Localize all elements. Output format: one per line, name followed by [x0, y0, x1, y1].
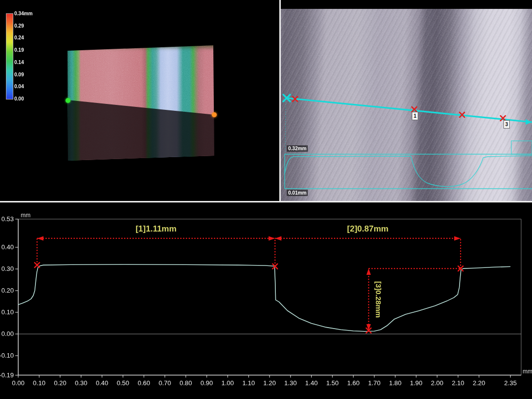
measurement-app-window: 0.34mm0.290.240.190.140.090.040.00	[0, 0, 532, 399]
x-tick-label: 1.20	[264, 379, 276, 387]
colorbar-tick-label: 0.19	[14, 47, 24, 53]
guide-dotted-line	[285, 101, 286, 154]
x-axis-unit-label: mm	[523, 368, 532, 375]
colorbar-tick-label: 0.34mm	[14, 11, 33, 16]
mini-profile-trace	[285, 156, 532, 187]
y-tick-label: 0.00	[1, 330, 14, 337]
x-tick-label: 0.30	[75, 379, 87, 387]
dim-arrow-icon	[454, 236, 461, 240]
x-tick-label: 2.00	[431, 379, 443, 387]
x-tick-label: 1.80	[389, 379, 401, 387]
dim-arrow-icon	[37, 236, 43, 240]
x-tick-label: 0.60	[137, 379, 150, 387]
colorbar-tick-label: 0.24	[14, 35, 24, 40]
colorbar-tick-label: 0.00	[14, 96, 24, 101]
profile-line-end-handle[interactable]	[212, 112, 217, 117]
point-label-1: 1	[412, 112, 418, 120]
colorbar-tick-label: 0.09	[14, 71, 24, 77]
x-tick-label: 2.10	[452, 379, 464, 387]
microscope-image-panel: 0.32mm 0.01mm 1 3	[281, 0, 532, 201]
y-axis-unit-label: mm	[21, 212, 31, 219]
y-tick-label: -0.19	[0, 371, 14, 379]
band-lower-label: 0.01mm	[287, 190, 308, 196]
measurement-line[interactable]	[287, 98, 532, 122]
y-tick-label: 0.53	[1, 215, 14, 223]
x-tick-label: 1.30	[284, 379, 297, 387]
x-tick-label: 1.00	[222, 379, 234, 387]
colorbar-tick-label: 0.14	[14, 59, 24, 65]
profile-line-start-handle[interactable]	[66, 98, 70, 103]
x-tick-label: 1.90	[410, 379, 422, 387]
dim-label-1: [1]1.11mm	[135, 224, 176, 233]
line-end-arrow-icon	[526, 119, 532, 125]
x-tick-label: 1.60	[347, 379, 360, 387]
x-tick-label: 1.50	[326, 379, 338, 387]
dim-label-3: [3]0.28mm	[374, 281, 383, 318]
x-tick-label: 0.00	[12, 379, 24, 387]
dim-label-2: [2]0.87mm	[347, 224, 389, 233]
x-tick-label: 1.70	[368, 379, 380, 387]
x-tick-label: 0.90	[200, 379, 213, 387]
height-colorbar	[6, 13, 13, 100]
colorbar-tick-label: 0.04	[14, 84, 24, 89]
y-tick-label: 0.20	[1, 287, 14, 294]
y-tick-label: 0.30	[1, 265, 14, 272]
x-tick-label: 1.40	[305, 379, 318, 387]
y-tick-label: 0.40	[1, 243, 14, 251]
panel-divider-vertical	[279, 0, 281, 201]
x-tick-label: 0.50	[117, 379, 129, 387]
x-tick-label: 0.40	[96, 379, 108, 387]
profile-chart-panel: 0.530.400.300.200.100.00-0.10-0.190.000.…	[0, 202, 532, 399]
y-tick-label: -0.10	[0, 352, 14, 359]
x-tick-label: 0.70	[159, 379, 171, 387]
x-tick-label: 2.35	[504, 379, 517, 387]
colorbar-tick-label: 0.29	[14, 23, 24, 28]
profile-chart: 0.530.400.300.200.100.00-0.10-0.190.000.…	[0, 202, 532, 399]
x-tick-label: 1.10	[242, 379, 255, 387]
x-tick-label: 2.20	[473, 379, 485, 387]
band-upper-label: 0.32mm	[287, 145, 308, 152]
y-tick-label: 0.10	[1, 308, 14, 316]
band-right-box	[511, 141, 532, 154]
dim-arrow-icon	[366, 268, 371, 275]
point-label-3: 3	[503, 120, 510, 129]
profile-series	[18, 265, 510, 332]
x-tick-label: 0.10	[33, 379, 45, 387]
chart-x-marker-1[interactable]	[34, 263, 39, 267]
dim-arrow-icon	[275, 236, 281, 240]
x-tick-label: 0.20	[54, 379, 66, 387]
measurement-overlay	[281, 0, 532, 201]
heightmap-view-panel: 0.34mm0.290.240.190.140.090.040.00	[0, 0, 279, 201]
x-tick-label: 0.80	[180, 379, 192, 387]
dim-arrow-icon	[268, 236, 275, 240]
